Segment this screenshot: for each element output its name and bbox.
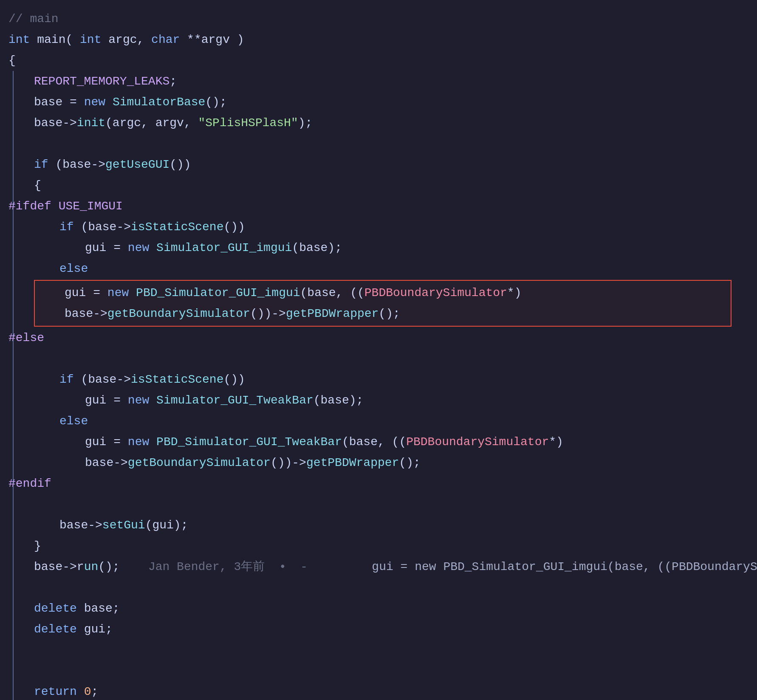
- code-line-20: if (base-> isStaticScene ()): [8, 369, 757, 390]
- code-line-else: #else: [8, 327, 757, 348]
- code-line-6: base -> init (argc, argv, "SPlisHSPlasH"…: [8, 113, 757, 133]
- code-line-blank-2: [8, 348, 757, 369]
- keyword-int2: int: [80, 29, 101, 50]
- keyword-int: int: [8, 29, 30, 50]
- highlight-box: gui = new PBD_Simulator_GUI_imgui (base,…: [34, 280, 732, 327]
- code-line-27: base -> setGui (gui);: [8, 515, 757, 536]
- code-line-blank-5: [8, 640, 757, 660]
- code-line-4: REPORT_MEMORY_LEAKS ;: [8, 71, 757, 92]
- git-commit-word: gui = new PBD_Simulator_GUI_imgui(base, …: [315, 556, 757, 577]
- code-line-21: gui = new Simulator_GUI_TweakBar (base);: [8, 390, 757, 411]
- code-line-blank-4: [8, 577, 757, 598]
- code-line-1: // main: [8, 8, 757, 29]
- code-line-8: if (base-> getUseGUI ()): [8, 154, 757, 175]
- code-line-13: else: [8, 258, 757, 279]
- code-line-35: return 0 ;: [8, 681, 757, 700]
- highlight-line-2: base -> getBoundarySimulator ())-> getPB…: [39, 303, 726, 324]
- brace-open: {: [8, 50, 16, 71]
- code-line-3: {: [8, 50, 757, 71]
- code-line-9: {: [8, 175, 757, 196]
- code-line-endif: #endif: [8, 473, 757, 494]
- code-line-23: gui = new PBD_Simulator_GUI_TweakBar (ba…: [8, 432, 757, 452]
- code-line-10: #ifdef USE_IMGUI: [8, 196, 757, 217]
- code-text: main(: [30, 29, 80, 50]
- code-line-2: int main( int argc, char **argv ): [8, 29, 757, 50]
- code-line-32: delete gui;: [8, 619, 757, 640]
- git-blame: Jan Bender, 3年前 • -: [120, 556, 315, 577]
- keyword-char: char: [151, 29, 180, 50]
- code-line-29: base ->r un (); Jan Bender, 3年前 • - gui …: [8, 556, 757, 577]
- comment: // main: [8, 8, 59, 29]
- macro-report: REPORT_MEMORY_LEAKS: [34, 71, 169, 92]
- code-line-blank-1: [8, 133, 757, 154]
- code-line-31: delete base;: [8, 598, 757, 619]
- code-line-24: base -> getBoundarySimulator ())-> getPB…: [8, 452, 757, 473]
- highlight-line-1: gui = new PBD_Simulator_GUI_imgui (base,…: [39, 282, 726, 303]
- code-line-12: gui = new Simulator_GUI_imgui (base);: [8, 237, 757, 258]
- code-line-28: }: [8, 536, 757, 556]
- code-line-blank-6: [8, 660, 757, 681]
- code-text: argc,: [101, 29, 151, 50]
- code-line-blank-3: [8, 494, 757, 515]
- code-text: **argv ): [180, 29, 244, 50]
- code-line-5: base = new SimulatorBase ();: [8, 92, 757, 113]
- code-line-11: if (base-> isStaticScene ()): [8, 217, 757, 237]
- code-line-22: else: [8, 411, 757, 432]
- code-editor: // main int main( int argc, char **argv …: [0, 8, 757, 700]
